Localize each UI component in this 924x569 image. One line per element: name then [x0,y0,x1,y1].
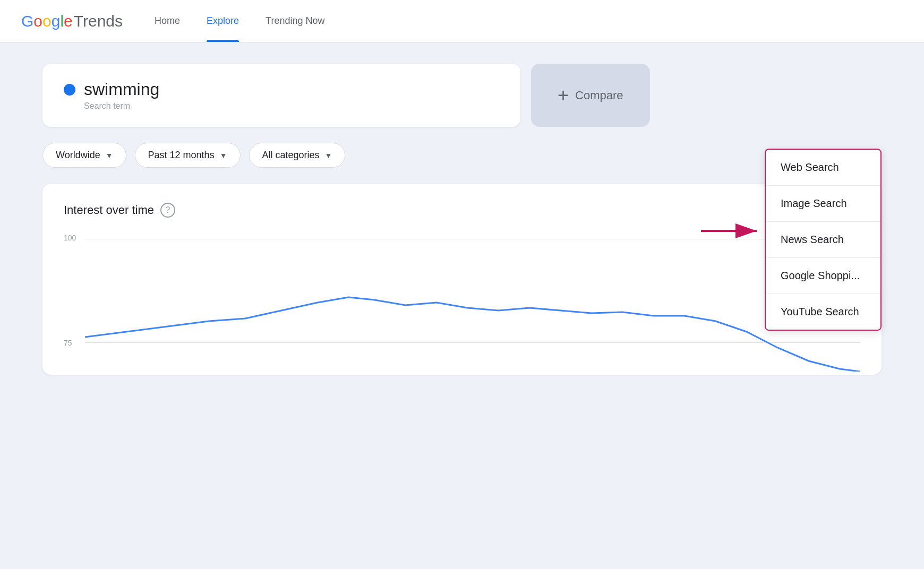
filters-row: Worldwide ▼ Past 12 months ▼ All categor… [42,143,882,168]
chart-header: Interest over time ? [64,203,860,218]
compare-label: Compare [575,89,623,102]
location-filter[interactable]: Worldwide ▼ [42,143,126,168]
dropdown-item-web-search[interactable]: Web Search [766,150,880,186]
chart-title: Interest over time [64,203,154,217]
time-filter[interactable]: Past 12 months ▼ [135,143,241,168]
search-compare-row: swimming Search term + Compare [42,64,882,127]
category-label: All categories [262,150,320,161]
search-term-text: swimming [84,80,159,99]
location-dropdown-arrow: ▼ [106,151,113,160]
search-term-sublabel: Search term [84,101,499,111]
search-type-dropdown: Web Search Image Search News Search Goog… [765,149,882,331]
time-label: Past 12 months [148,150,215,161]
compare-plus-icon: + [558,84,569,107]
dropdown-item-image-search[interactable]: Image Search [766,186,880,222]
dropdown-item-google-shopping[interactable]: Google Shoppi... [766,258,880,294]
search-term-dot [64,84,75,96]
dropdown-item-news-search[interactable]: News Search [766,222,880,258]
trend-chart-line [85,234,860,372]
chart-card: Interest over time ? 100 75 [42,184,882,375]
search-term-row: swimming [64,80,499,99]
nav-home[interactable]: Home [155,0,180,42]
compare-card[interactable]: + Compare [531,64,650,127]
nav-explore[interactable]: Explore [207,0,239,42]
chart-area: 100 75 [64,234,860,372]
main-content: swimming Search term + Compare Worldwide… [0,42,924,569]
chart-y-100: 100 [64,234,76,242]
logo-trends-text: Trends [74,12,123,30]
chart-help-icon[interactable]: ? [160,203,175,218]
logo-google-text: Google [21,12,73,30]
nav-trending-now[interactable]: Trending Now [266,0,324,42]
arrow-indicator [701,223,765,241]
logo: Google Trends [21,12,123,30]
location-label: Worldwide [56,150,100,161]
main-nav: Home Explore Trending Now [155,0,324,42]
chart-y-75: 75 [64,339,72,347]
category-filter[interactable]: All categories ▼ [249,143,346,168]
time-dropdown-arrow: ▼ [220,151,227,160]
category-dropdown-arrow: ▼ [325,151,332,160]
header: Google Trends Home Explore Trending Now [0,0,924,42]
dropdown-item-youtube-search[interactable]: YouTube Search [766,294,880,330]
search-card: swimming Search term [42,64,520,127]
